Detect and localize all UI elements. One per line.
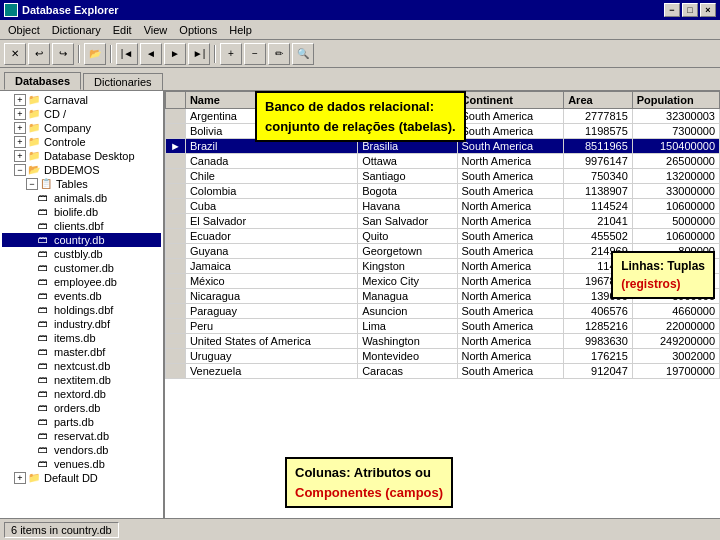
cell-population: 13200000 <box>632 169 719 184</box>
row-indicator <box>166 199 186 214</box>
close-button[interactable]: × <box>700 3 716 17</box>
table-icon: 🗃 <box>38 192 52 204</box>
table-icon: 🗃 <box>38 416 52 428</box>
toolbar-remove[interactable]: − <box>244 43 266 65</box>
tab-dictionaries[interactable]: Dictionaries <box>83 73 162 90</box>
toolbar-add[interactable]: + <box>220 43 242 65</box>
tree-item-dbdemos[interactable]: − 📂 DBDEMOS <box>2 163 161 177</box>
toolbar-nav-next[interactable]: ► <box>164 43 186 65</box>
menu-view[interactable]: View <box>138 22 174 38</box>
menu-bar: Object Dictionary Edit View Options Help <box>0 20 720 40</box>
menu-edit[interactable]: Edit <box>107 22 138 38</box>
table-row[interactable]: Canada Ottawa North America 9976147 2650… <box>166 154 720 169</box>
tree-label: CD / <box>44 108 66 120</box>
tables-icon: 📋 <box>40 178 54 190</box>
table-row[interactable]: United States of America Washington Nort… <box>166 334 720 349</box>
tree-item-customer[interactable]: 🗃 customer.db <box>2 261 161 275</box>
tree-label: Tables <box>56 178 88 190</box>
tree-expand-default[interactable]: + <box>14 472 26 484</box>
table-row[interactable]: Chile Santiago South America 750340 1320… <box>166 169 720 184</box>
tree-expand-carnaval[interactable]: + <box>14 94 26 106</box>
row-indicator <box>166 154 186 169</box>
tree-item-orders[interactable]: 🗃 orders.db <box>2 401 161 415</box>
menu-help[interactable]: Help <box>223 22 258 38</box>
table-row[interactable]: El Salvador San Salvador North America 2… <box>166 214 720 229</box>
cell-continent: North America <box>457 154 564 169</box>
table-row[interactable]: Paraguay Asuncion South America 406576 4… <box>166 304 720 319</box>
table-row[interactable]: Peru Lima South America 1285216 22000000 <box>166 319 720 334</box>
tree-item-carnaval[interactable]: + 📁 Carnaval <box>2 93 161 107</box>
tree-item-parts[interactable]: 🗃 parts.db <box>2 415 161 429</box>
tree-item-biolife[interactable]: 🗃 biolife.db <box>2 205 161 219</box>
tree-item-custbly[interactable]: 🗃 custbly.db <box>2 247 161 261</box>
tree-item-items[interactable]: 🗃 items.db <box>2 331 161 345</box>
folder-open-icon: 📂 <box>28 164 42 176</box>
tree-item-cd[interactable]: + 📁 CD / <box>2 107 161 121</box>
tree-item-defaultdd[interactable]: + 📁 Default DD <box>2 471 161 485</box>
table-row[interactable]: Cuba Havana North America 114524 1060000… <box>166 199 720 214</box>
tree-item-country[interactable]: 🗃 country.db <box>2 233 161 247</box>
tree-panel[interactable]: + 📁 Carnaval + 📁 CD / + 📁 Company + 📁 Co… <box>0 91 165 518</box>
col-continent[interactable]: Continent <box>457 92 564 109</box>
col-area[interactable]: Area <box>564 92 633 109</box>
tree-item-reservat[interactable]: 🗃 reservat.db <box>2 429 161 443</box>
table-row[interactable]: Venezuela Caracas South America 912047 1… <box>166 364 720 379</box>
table-row[interactable]: Ecuador Quito South America 455502 10600… <box>166 229 720 244</box>
tree-item-industry[interactable]: 🗃 industry.dbf <box>2 317 161 331</box>
cell-name: Canada <box>185 154 357 169</box>
tree-expand-cd[interactable]: + <box>14 108 26 120</box>
tab-databases[interactable]: Databases <box>4 72 81 90</box>
row-indicator <box>166 304 186 319</box>
tree-expand-company[interactable]: + <box>14 122 26 134</box>
toolbar-open[interactable]: 📂 <box>84 43 106 65</box>
tree-label: Database Desktop <box>44 150 135 162</box>
tree-expand-dbdesktop[interactable]: + <box>14 150 26 162</box>
cell-capital: Kingston <box>358 259 457 274</box>
table-row[interactable]: Colombia Bogota South America 1138907 33… <box>166 184 720 199</box>
main-content: + 📁 Carnaval + 📁 CD / + 📁 Company + 📁 Co… <box>0 90 720 518</box>
tree-item-master[interactable]: 🗃 master.dbf <box>2 345 161 359</box>
menu-object[interactable]: Object <box>2 22 46 38</box>
tree-item-employee[interactable]: 🗃 employee.db <box>2 275 161 289</box>
maximize-button[interactable]: □ <box>682 3 698 17</box>
cell-population: 26500000 <box>632 154 719 169</box>
table-icon: 🗃 <box>38 458 52 470</box>
tree-item-tables[interactable]: − 📋 Tables <box>2 177 161 191</box>
toolbar-edit[interactable]: ✏ <box>268 43 290 65</box>
tree-item-dbdesktop[interactable]: + 📁 Database Desktop <box>2 149 161 163</box>
folder-icon: 📁 <box>28 472 42 484</box>
tree-label: Default DD <box>44 472 98 484</box>
tree-item-controle[interactable]: + 📁 Controle <box>2 135 161 149</box>
tree-item-events[interactable]: 🗃 events.db <box>2 289 161 303</box>
table-row[interactable]: Uruguay Montevideo North America 176215 … <box>166 349 720 364</box>
tree-item-animals[interactable]: 🗃 animals.db <box>2 191 161 205</box>
menu-options[interactable]: Options <box>173 22 223 38</box>
toolbar-search[interactable]: 🔍 <box>292 43 314 65</box>
table-panel[interactable]: Name Capital Continent Area Population A… <box>165 91 720 518</box>
tree-item-vendors[interactable]: 🗃 vendors.db <box>2 443 161 457</box>
toolbar-nav-first[interactable]: |◄ <box>116 43 138 65</box>
tree-item-nextord[interactable]: 🗃 nextord.db <box>2 387 161 401</box>
tree-item-company[interactable]: + 📁 Company <box>2 121 161 135</box>
toolbar-nav-last[interactable]: ►| <box>188 43 210 65</box>
toolbar-delete[interactable]: ✕ <box>4 43 26 65</box>
tree-item-nextcust[interactable]: 🗃 nextcust.db <box>2 359 161 373</box>
tree-item-clients[interactable]: 🗃 clients.dbf <box>2 219 161 233</box>
tree-expand-tables[interactable]: − <box>26 178 38 190</box>
cell-area: 1138907 <box>564 184 633 199</box>
tree-item-venues[interactable]: 🗃 venues.db <box>2 457 161 471</box>
minimize-button[interactable]: − <box>664 3 680 17</box>
tree-item-holdings[interactable]: 🗃 holdings.dbf <box>2 303 161 317</box>
tree-item-nextitem[interactable]: 🗃 nextitem.db <box>2 373 161 387</box>
menu-dictionary[interactable]: Dictionary <box>46 22 107 38</box>
toolbar-undo[interactable]: ↩ <box>28 43 50 65</box>
cell-area: 8511965 <box>564 139 633 154</box>
tree-label: animals.db <box>54 192 107 204</box>
tree-label: nextcust.db <box>54 360 110 372</box>
toolbar-nav-prev[interactable]: ◄ <box>140 43 162 65</box>
toolbar-redo[interactable]: ↪ <box>52 43 74 65</box>
tree-expand-controle[interactable]: + <box>14 136 26 148</box>
tree-label: Carnaval <box>44 94 88 106</box>
col-population[interactable]: Population <box>632 92 719 109</box>
tree-expand-dbdemos[interactable]: − <box>14 164 26 176</box>
